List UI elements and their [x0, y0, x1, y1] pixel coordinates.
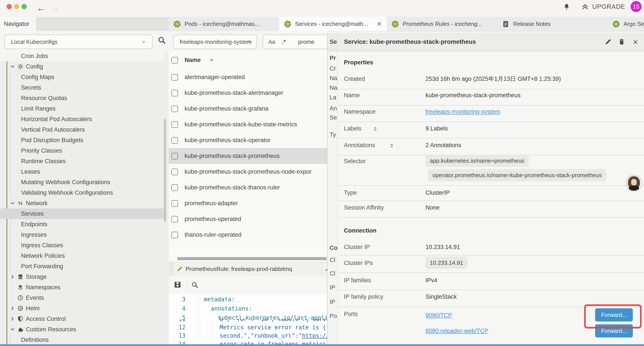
sort-updown-icon[interactable] [389, 142, 394, 151]
editor-tab-prometheusrule[interactable]: PrometheusRule: freeleaps-prod-rabbitmq [173, 262, 322, 276]
chevron-right-icon[interactable] [10, 316, 15, 323]
sidebar-item-ingress-classes[interactable]: Ingress Classes [0, 240, 165, 251]
chevron-down-icon[interactable] [10, 200, 15, 207]
sidebar-item-leases[interactable]: Leases [0, 166, 165, 177]
edit-pencil-icon[interactable] [604, 38, 612, 46]
sidebar-item-priority-classes[interactable]: Priority Classes [0, 145, 165, 156]
chevron-down-icon[interactable] [10, 327, 15, 333]
table-row[interactable]: kube-prometheus-stack-kube-state-metrics [169, 116, 327, 132]
table-row[interactable]: kube-prometheus-stack-grafana [169, 101, 327, 117]
save-icon[interactable] [173, 280, 182, 290]
traffic-light-maximize[interactable] [22, 4, 27, 9]
table-row[interactable]: prometheus-operated [169, 211, 327, 227]
editor-search-icon[interactable] [191, 281, 199, 290]
sidebar-search-icon[interactable] [157, 35, 166, 46]
table-row[interactable]: kube-prometheus-stack-prometheus-node-ex… [169, 164, 327, 180]
code-line[interactable]: Metrics service error rate is {{ $va [220, 324, 327, 331]
chevron-right-icon[interactable] [10, 274, 15, 281]
sidebar-item-secrets[interactable]: Secrets [0, 82, 165, 93]
traffic-light-minimize[interactable] [14, 4, 19, 9]
row-checkbox[interactable] [172, 137, 178, 144]
row-checkbox[interactable] [172, 216, 178, 223]
table-row[interactable]: kube-prometheus-stack-alertmanager [169, 85, 327, 101]
row-checkbox[interactable] [172, 74, 178, 81]
table-row[interactable]: kube-prometheus-stack-operator [169, 132, 327, 148]
traffic-light-close[interactable] [6, 4, 12, 9]
sidebar-item-definitions[interactable]: Definitions [0, 335, 165, 345]
upgrade-label[interactable]: UPGRADE [592, 0, 625, 13]
sort-asc-icon[interactable] [209, 57, 215, 64]
name-column-header[interactable]: Name [184, 51, 201, 69]
list-search-input[interactable]: Aa .* prome [262, 34, 327, 49]
sidebar-item-port-forwarding[interactable]: Port Forwarding [0, 261, 165, 272]
sidebar-item-endpoints[interactable]: Endpoints [0, 219, 165, 230]
tab-argo[interactable]: Argo Se [608, 17, 644, 31]
tab-pods[interactable]: Pods - icecheng@mathmas... [169, 17, 280, 31]
sidebar-item-config[interactable]: Config [0, 61, 165, 72]
sidebar-item-custom-resources[interactable]: Custom Resources [0, 324, 165, 335]
tab-release-notes[interactable]: Release Notes [497, 17, 608, 31]
sidebar-scrollbar[interactable] [164, 119, 166, 222]
sidebar-item-limit-ranges[interactable]: Limit Ranges [0, 103, 165, 114]
notification-count-badge[interactable]: 15 [631, 1, 642, 12]
table-row[interactable]: prometheus-adapter [169, 195, 327, 211]
code-line[interactable]: metadata: [204, 296, 235, 303]
sort-updown-icon[interactable] [372, 125, 378, 134]
select-all-checkbox[interactable] [172, 57, 178, 63]
row-checkbox[interactable] [172, 106, 178, 112]
sidebar-item-storage[interactable]: Storage [0, 272, 165, 282]
table-row[interactable]: kube-prometheus-stack-thanos-ruler [169, 180, 327, 196]
background-drawer-sliver[interactable]: Se PrCrNaNaLaAnSeTyCoClClIPIPPo [327, 33, 338, 346]
tab-prometheus[interactable]: Prometheus Rules - icecheng... [387, 17, 498, 31]
code-line[interactable]: 0", "for": "1m", labels :{ service : f [220, 319, 327, 322]
row-checkbox[interactable] [172, 90, 178, 96]
cluster-selector-dropdown[interactable]: Local Kubeconfigs [4, 34, 152, 49]
trash-icon[interactable] [618, 38, 625, 46]
port-link[interactable]: 8080:reloader-web/TCP [426, 327, 488, 335]
sidebar-item-validating-webhook-configurations[interactable]: Validating Webhook Configurations [0, 187, 165, 198]
sidebar-item-namespaces[interactable]: Namespaces [0, 282, 165, 293]
tab-services[interactable]: Services - icecheng@math... [279, 17, 387, 31]
table-row[interactable]: alertmanager-operated [169, 69, 327, 85]
namespace-filter-dropdown[interactable]: freeleaps-monitoring-system [173, 34, 257, 49]
port-link[interactable]: 9090/TCP [426, 311, 452, 320]
row-checkbox[interactable] [172, 169, 178, 175]
upgrade-icon[interactable] [581, 3, 589, 11]
sidebar-item-horizontal-pod-autoscalers[interactable]: Horizontal Pod Autoscalers [0, 114, 165, 124]
sidebar-item-helm[interactable]: Helm [0, 303, 165, 314]
notifications-bell-icon[interactable] [563, 3, 570, 11]
sidebar-item-access-control[interactable]: Access Control [0, 314, 165, 324]
sidebar-item-vertical-pod-autoscalers[interactable]: Vertical Pod Autoscalers [0, 124, 165, 135]
code-line[interactable]: annotations: [211, 305, 252, 312]
table-row[interactable]: thanos-ruler-operated [169, 227, 327, 243]
sidebar-item-network[interactable]: Network [0, 198, 165, 209]
code-link[interactable]: https://net [302, 333, 327, 339]
code-line[interactable]: second.","runbook_url":"https://net [220, 333, 327, 339]
sidebar-item-ingresses[interactable]: Ingresses [0, 230, 165, 240]
row-checkbox[interactable] [172, 200, 178, 207]
row-checkbox[interactable] [172, 121, 178, 128]
yaml-editor[interactable]: 3metadata:4annotations:5kubectl.kubernet… [169, 294, 327, 344]
forward-icon[interactable]: → [51, 4, 59, 12]
tab-close-icon[interactable] [376, 20, 382, 28]
close-icon[interactable] [632, 38, 639, 46]
match-case-icon[interactable]: Aa [268, 35, 275, 49]
row-checkbox[interactable] [172, 184, 178, 191]
row-checkbox[interactable] [172, 232, 178, 238]
regex-icon[interactable]: .* [282, 35, 286, 49]
sidebar-item-runtime-classes[interactable]: Runtime Classes [0, 156, 165, 166]
sidebar-item-pod-disruption-budgets[interactable]: Pod Disruption Budgets [0, 135, 165, 145]
table-row[interactable]: kube-prometheus-stack-prometheus [169, 148, 327, 164]
navigator-tab[interactable]: Navigator [0, 17, 36, 31]
sidebar-item-cron-jobs[interactable]: Cron Jobs [0, 51, 165, 61]
sidebar-item-mutating-webhook-configurations[interactable]: Mutating Webhook Configurations [0, 177, 165, 187]
sidebar-item-config-maps[interactable]: Config Maps [0, 72, 165, 82]
namespace-link[interactable]: freeleaps-monitoring-system [426, 107, 500, 116]
sidebar-item-services[interactable]: Services [0, 209, 165, 219]
editor-tab-partial[interactable] [322, 262, 327, 276]
sidebar-item-network-policies[interactable]: Network Policies [0, 251, 165, 261]
sidebar-item-events[interactable]: Events [0, 293, 165, 303]
row-checkbox[interactable] [172, 153, 178, 159]
back-icon[interactable]: ← [37, 4, 45, 12]
user-avatar[interactable] [626, 175, 642, 191]
